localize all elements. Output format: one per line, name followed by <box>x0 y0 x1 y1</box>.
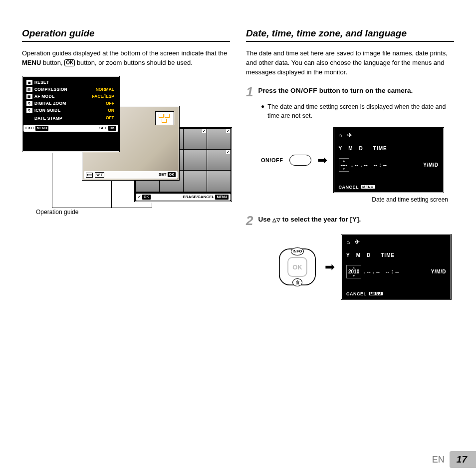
down-triangle-icon: ▽ <box>276 217 280 223</box>
preview-corner-box <box>155 111 174 125</box>
globe-icon: ✈ <box>355 238 360 245</box>
onoff-label: ON/OFF <box>261 157 283 163</box>
compress-icon: ▥ <box>26 87 32 92</box>
operation-guide-caption: Operation guide <box>36 209 78 216</box>
trash-icon: 🗑 <box>292 278 302 286</box>
onoff-button-icon <box>289 155 311 166</box>
zoom-bar-icon: ⟷ <box>86 173 93 178</box>
ok-center-label: OK <box>292 263 302 270</box>
step-number: 2 <box>246 214 253 227</box>
camera-icon: ◼ <box>26 80 32 85</box>
lcd-menu-footer: EXITMENU SETOK <box>23 125 118 132</box>
arrow-right-icon: ➡ <box>325 260 335 274</box>
check-icon: ✓ <box>202 129 206 133</box>
datetime-caption: Date and time setting screen <box>261 196 454 203</box>
operation-guide-intro: Operation guides displayed at the bottom… <box>22 49 230 68</box>
globe-icon: ✈ <box>347 132 352 139</box>
home-icon: ⌂ <box>346 238 350 245</box>
up-triangle-icon: △ <box>272 217 276 223</box>
section-title-operation-guide: Operation guide <box>22 28 230 42</box>
year-selector: ▲----▼ <box>339 158 349 172</box>
arrow-right-icon: ➡ <box>317 153 327 167</box>
info-icon: INFO <box>291 247 304 255</box>
left-column: Operation guide Operation guides display… <box>22 28 230 303</box>
icon-guide-icon: ⚲ <box>26 108 32 113</box>
lcd-menu-screen: ◼RESET ▥COMPRESSIONNORMAL ▣AF MODEFACE/i… <box>22 76 120 152</box>
dpad-control: INFO 🗑 OK <box>276 245 319 288</box>
right-column: Date, time, time zone, and language The … <box>246 28 454 303</box>
operation-guide-diagram: ◼RESET ▥COMPRESSIONNORMAL ▣AF MODEFACE/i… <box>22 76 230 216</box>
step-1-figure: ON/OFF ➡ ⌂✈ YMDTIME ▲----▼ .--.-- --:-- … <box>261 127 454 193</box>
step-2-figure: INFO 🗑 OK ➡ ⌂✈ YMDTIME ▲2010▼ .--.-- --:… <box>276 234 454 300</box>
lcd-datetime-2: ⌂✈ YMDTIME ▲2010▼ .--.-- --:-- Y/M/D CAN… <box>341 234 452 300</box>
lcd-datetime-1: ⌂✈ YMDTIME ▲----▼ .--.-- --:-- Y/M/D CAN… <box>333 127 444 193</box>
step-number: 1 <box>246 85 253 98</box>
page-footer: EN 17 <box>432 451 476 468</box>
language-label: EN <box>432 455 445 465</box>
date-time-intro: The date and time set here are saved to … <box>246 49 454 77</box>
af-icon: ▣ <box>26 94 32 99</box>
step-1-bullet: ●The date and time setting screen is dis… <box>261 102 454 120</box>
step-1: 1 Press the ON/OFF button to turn on the… <box>246 85 454 98</box>
year-selector: ▲2010▼ <box>346 265 361 278</box>
page-number: 17 <box>450 451 476 468</box>
section-title-date-time: Date, time, time zone, and language <box>246 28 454 42</box>
home-icon: ⌂ <box>339 132 342 139</box>
ok-button-icon: OK <box>64 59 75 66</box>
step-2: 2 Use △▽ to select the year for [Y]. <box>246 214 454 227</box>
zoom-icon: ⚲ <box>26 101 32 106</box>
